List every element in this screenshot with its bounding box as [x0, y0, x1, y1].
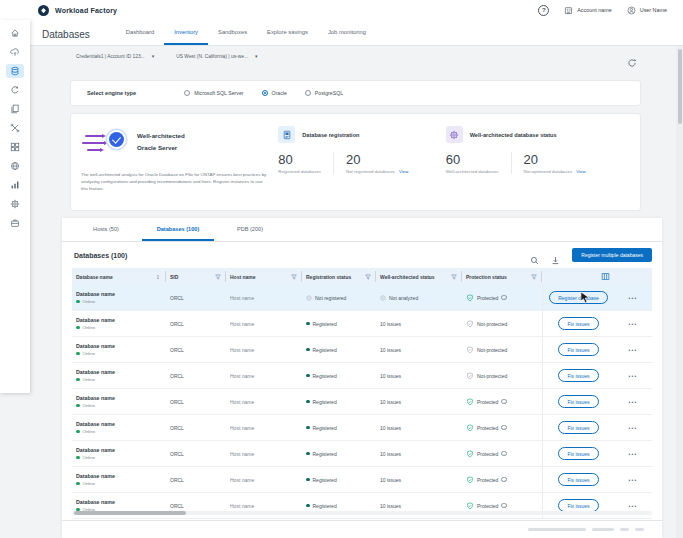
sidebar-item-reports[interactable]	[6, 178, 24, 192]
refresh-button[interactable]	[627, 54, 637, 64]
download-icon[interactable]	[551, 251, 560, 260]
info-icon[interactable]: i	[501, 451, 507, 457]
table-title: Databases (100)	[74, 252, 127, 259]
pagination[interactable]	[528, 528, 586, 532]
tab-dashboard[interactable]: Dashboard	[116, 20, 164, 45]
fix-issues-button[interactable]: Fix issues	[558, 421, 598, 434]
info-icon[interactable]: i	[501, 503, 507, 509]
row-actions-menu[interactable]: •••	[614, 311, 652, 336]
user-menu[interactable]: User Name	[627, 6, 667, 15]
horizontal-scrollbar-thumb[interactable]	[74, 511, 186, 515]
pagination-control[interactable]	[620, 528, 629, 532]
search-icon[interactable]	[530, 251, 539, 260]
sort-icon[interactable]	[155, 274, 161, 280]
inventory-tabs: Hosts (50)Databases (100)PDB (200)	[62, 218, 662, 242]
row-actions-menu[interactable]: •••	[614, 337, 652, 362]
table-row: Database nameOnlineORCLHost nameRegister…	[72, 467, 652, 493]
online-dot-icon	[76, 404, 80, 408]
row-actions-menu[interactable]: •••	[614, 415, 652, 440]
column-picker[interactable]	[542, 271, 614, 282]
view-not-optimized-link[interactable]: View	[576, 169, 585, 174]
tab-inventory[interactable]: Inventory	[164, 20, 208, 45]
filter-icon[interactable]	[531, 274, 537, 280]
sidebar-item-home[interactable]	[6, 26, 24, 40]
briefcase-icon	[10, 218, 20, 228]
info-icon[interactable]: i	[501, 399, 507, 405]
sidebar-item-tools[interactable]	[6, 121, 24, 135]
column-header-well-architected-status[interactable]: Well-architected status	[376, 271, 462, 282]
database-name: Database name	[76, 291, 115, 297]
row-actions-menu[interactable]: •••	[614, 285, 652, 310]
row-actions-menu[interactable]: •••	[614, 467, 652, 492]
horizontal-scrollbar[interactable]	[72, 511, 652, 515]
inventory-tab-hosts-50[interactable]: Hosts (50)	[70, 218, 142, 241]
shield-icon	[466, 346, 474, 354]
vertical-scrollbar[interactable]	[676, 46, 683, 538]
filter-icon[interactable]	[215, 274, 221, 280]
sidebar-item-settings[interactable]	[6, 197, 24, 211]
row-actions-menu[interactable]: •••	[614, 389, 652, 414]
fix-issues-button[interactable]: Fix issues	[558, 473, 598, 486]
registered-dot-icon	[306, 400, 310, 404]
sidebar-item-web[interactable]	[6, 159, 24, 173]
help-button[interactable]: ?	[538, 5, 549, 16]
fix-issues-button[interactable]: Fix issues	[558, 369, 598, 382]
filter-icon[interactable]	[365, 274, 371, 280]
sidebar-item-apps[interactable]	[6, 140, 24, 154]
protection-status: Protected	[477, 477, 498, 483]
database-registration-stats: Database registration 80 Registered data…	[278, 114, 445, 210]
sidebar-item-databases[interactable]	[6, 64, 24, 78]
sidebar-item-sync[interactable]	[6, 83, 24, 97]
row-actions-menu[interactable]: •••	[614, 363, 652, 388]
chart-icon	[10, 180, 20, 190]
table-row: Database nameOnlineORCLHost nameRegister…	[72, 415, 652, 441]
sidebar-item-jobs[interactable]	[6, 216, 24, 230]
pagination-control[interactable]	[635, 528, 644, 532]
fix-issues-button[interactable]: Fix issues	[558, 395, 598, 408]
sidebar-item-cloud[interactable]	[6, 45, 24, 59]
column-header-host-name[interactable]: Host name	[226, 271, 302, 282]
fix-issues-button[interactable]: Fix issues	[558, 343, 598, 356]
database-name: Database name	[76, 317, 115, 323]
not-optimized-count: 20	[524, 152, 586, 167]
register-database-button[interactable]: Register database	[549, 291, 608, 304]
inventory-tab-pdb-200[interactable]: PDB (200)	[214, 218, 286, 241]
engine-option-postgresql[interactable]: PostgreSQL	[305, 90, 343, 96]
registration-status: Registered	[313, 347, 337, 353]
pagination-control[interactable]	[592, 528, 614, 532]
column-header-database-name[interactable]: Database name	[72, 271, 166, 282]
sidebar-item-files[interactable]	[6, 102, 24, 116]
register-multiple-databases-button[interactable]: Register multiple databases	[572, 248, 652, 262]
filter-icon[interactable]	[291, 274, 297, 280]
engine-option-oracle[interactable]: Oracle	[262, 90, 287, 96]
engine-option-microsoft-sql-server[interactable]: Microsoft SQL Server	[184, 90, 243, 96]
column-header-protection-status[interactable]: Protection status	[462, 271, 542, 282]
tab-job-monitoring[interactable]: Job monitoring	[318, 20, 376, 45]
table-row: Database nameOnlineORCLHost nameRegister…	[72, 311, 652, 337]
chevron-down-icon: ▾	[255, 53, 258, 59]
vertical-scrollbar-thumb[interactable]	[678, 49, 682, 124]
account-menu[interactable]: Account name	[564, 6, 611, 15]
fix-issues-button[interactable]: Fix issues	[558, 447, 598, 460]
info-icon[interactable]: i	[501, 425, 507, 431]
fix-issues-button[interactable]: Fix issues	[558, 317, 598, 330]
credential-selector[interactable]: Credentials1 | Account ID 123... ▾	[76, 53, 154, 59]
view-not-registered-link[interactable]: View	[399, 169, 408, 174]
host-name-value: Host name	[226, 441, 302, 466]
well-architected-status: 10 issues	[380, 425, 401, 431]
filter-icon[interactable]	[451, 274, 457, 280]
well-architected-status: 10 issues	[380, 373, 401, 379]
info-icon[interactable]: i	[501, 295, 507, 301]
protection-status: Protected	[477, 451, 498, 457]
tab-sandboxes[interactable]: Sandboxes	[208, 20, 257, 45]
sid-value: ORCL	[166, 285, 226, 310]
info-icon[interactable]: i	[501, 477, 507, 483]
tab-explore-savings[interactable]: Explore savings	[257, 20, 318, 45]
online-dot-icon	[76, 482, 80, 486]
column-header-registration-status[interactable]: Registration status	[302, 271, 376, 282]
inventory-tab-databases-100[interactable]: Databases (100)	[142, 218, 214, 241]
not-registered-count: 20	[346, 152, 409, 167]
region-selector[interactable]: US West (N. California) | us-we... ▾	[176, 53, 257, 59]
column-header-sid[interactable]: SID	[166, 271, 226, 282]
row-actions-menu[interactable]: •••	[614, 441, 652, 466]
